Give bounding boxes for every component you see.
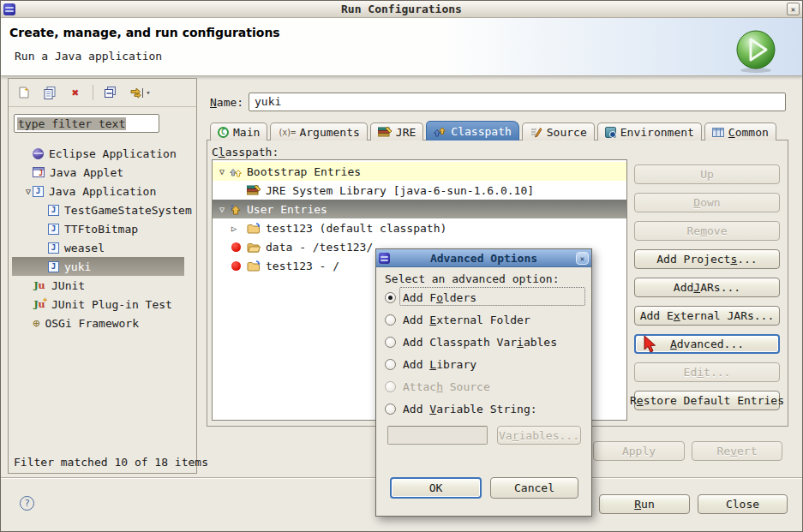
expander-closed-icon[interactable]: ▷: [228, 224, 240, 233]
dialog-titlebar[interactable]: Advanced Options: [376, 249, 591, 267]
add-external-jars-button[interactable]: Add External JARs...: [634, 306, 780, 326]
toolbar-separator: [93, 85, 93, 100]
option-label: Add Folders: [403, 291, 476, 304]
tab-label: Classpath: [451, 125, 511, 138]
restore-default-entries-button[interactable]: Restore Default Entries: [634, 391, 780, 410]
mouse-cursor-icon: [643, 335, 658, 354]
edit-button[interactable]: Edit...: [634, 362, 780, 382]
tab-label: Common: [728, 126, 769, 139]
option-add-library[interactable]: Add Library: [385, 356, 476, 373]
classpath-row-label: Bootstrap Entries: [247, 165, 361, 178]
expander-open-icon[interactable]: ▽: [216, 205, 228, 214]
option-add-folders[interactable]: Add Folders: [385, 289, 476, 306]
classpath-row-test123-default[interactable]: ▷ test123 (default classpath): [213, 218, 626, 237]
java-applet-icon: [33, 167, 45, 177]
classpath-row-bootstrap-entries[interactable]: ▽ Bootstrap Entries: [213, 162, 626, 181]
option-label: Add Library: [403, 358, 476, 371]
run-button[interactable]: Run: [599, 494, 690, 514]
add-projects-button[interactable]: Add Projects...: [634, 249, 780, 269]
tree-item-label: TTFtoBitmap: [64, 223, 138, 236]
classpath-row-jre-system-library[interactable]: JRE System Library [java-6-sun-1.6.0.10]: [213, 181, 626, 200]
ok-button[interactable]: OK: [390, 477, 482, 499]
variables-button: Variables...: [497, 426, 581, 445]
tab-label: JRE: [396, 126, 416, 139]
sidebar-item-weasel[interactable]: weasel: [12, 238, 184, 257]
classpath-row-label: data - /test123/: [266, 241, 373, 254]
tab-label: Environment: [620, 126, 694, 139]
user-entries-icon: [230, 204, 242, 215]
osgi-framework-icon: [33, 318, 39, 329]
collapse-all-icon[interactable]: [102, 84, 119, 101]
classpath-row-label: test123 - /: [266, 260, 339, 272]
add-jars-button[interactable]: Add JARs...: [634, 278, 780, 297]
tab-main[interactable]: Main: [210, 123, 267, 140]
sidebar-item-testgamestatesystem[interactable]: TestGameStateSystem: [12, 200, 184, 219]
tab-jre[interactable]: JRE: [370, 123, 423, 140]
down-button[interactable]: Down: [634, 193, 780, 212]
apply-button[interactable]: Apply: [593, 441, 685, 461]
option-label: Attach Source: [403, 380, 490, 393]
radio-icon[interactable]: [385, 403, 396, 415]
new-configuration-icon[interactable]: ✦: [15, 84, 33, 101]
tab-label: Main: [233, 126, 260, 139]
delete-icon[interactable]: ✖: [67, 84, 84, 101]
svg-text:✦: ✦: [24, 86, 29, 93]
java-application-icon: [48, 242, 59, 254]
option-add-external-folder[interactable]: Add External Folder: [385, 311, 530, 328]
filter-input[interactable]: type filter text: [14, 114, 159, 133]
cancel-button[interactable]: Cancel: [490, 477, 578, 499]
tab-classpath[interactable]: Classpath: [426, 121, 518, 140]
filter-input-value: type filter text: [17, 117, 126, 130]
radio-icon[interactable]: [385, 359, 396, 370]
expander-open-icon[interactable]: ▽: [22, 187, 34, 196]
remove-button[interactable]: Remove: [634, 221, 780, 241]
window-titlebar[interactable]: Run Configurations: [1, 1, 802, 18]
close-button[interactable]: Close: [698, 494, 788, 514]
java-application-icon: [48, 224, 59, 235]
help-icon[interactable]: [20, 496, 34, 511]
variable-string-input: [387, 426, 488, 445]
folder-open-icon: [247, 242, 261, 253]
folder-default-classpath-icon: [247, 260, 261, 272]
radio-icon[interactable]: [385, 314, 396, 326]
classpath-tab-icon: [434, 126, 446, 137]
sidebar-item-yuki[interactable]: yuki: [12, 257, 184, 276]
name-input[interactable]: yuki: [249, 93, 786, 111]
up-button[interactable]: Up: [634, 164, 780, 184]
sidebar-item-java-application[interactable]: ▽ Java Application: [12, 182, 184, 200]
sidebar-item-ttftobitmap[interactable]: TTFtoBitmap: [12, 219, 184, 238]
environment-tab-icon: [605, 127, 616, 138]
option-add-classpath-variables[interactable]: Add Classpath Variables: [385, 333, 557, 350]
common-tab-icon: [712, 128, 724, 137]
sidebar-item-junit[interactable]: JUnit: [12, 276, 184, 295]
banner-title: Create, manage, and run configurations: [9, 26, 280, 39]
bootstrap-entries-icon: [230, 166, 243, 177]
tab-environment[interactable]: Environment: [597, 123, 702, 140]
dialog-close-icon[interactable]: [576, 252, 589, 265]
classpath-row-user-entries[interactable]: ▽ User Entries: [213, 200, 626, 218]
header-banner: Create, manage, and run configurations R…: [1, 18, 802, 76]
tab-common[interactable]: Common: [704, 123, 776, 140]
arguments-tab-icon: (x)=: [278, 128, 295, 137]
window-close-icon[interactable]: [787, 3, 800, 15]
tab-arguments[interactable]: (x)= Arguments: [270, 123, 368, 140]
duplicate-icon[interactable]: [41, 84, 58, 101]
sidebar-item-java-applet[interactable]: Java Applet: [12, 163, 184, 182]
java-application-icon: [48, 261, 59, 272]
sidebar-item-eclipse-application[interactable]: Eclipse Application: [12, 144, 184, 163]
radio-checked-icon[interactable]: [385, 292, 396, 303]
tree-item-label: yuki: [64, 260, 91, 273]
main-tab-icon: [218, 127, 229, 138]
sidebar-item-osgi-framework[interactable]: OSGi Framework: [12, 314, 184, 332]
filter-status-text: Filter matched 10 of 18 items: [14, 456, 208, 469]
jre-tab-icon: [378, 127, 392, 137]
sidebar-item-junit-plugin-test[interactable]: ✦ JUnit Plug-in Test: [12, 295, 184, 314]
filter-configurations-icon[interactable]: ▾: [128, 84, 153, 101]
option-add-variable-string[interactable]: Add Variable String:: [385, 400, 537, 417]
tree-item-label: Java Application: [49, 185, 156, 198]
revert-button[interactable]: Revert: [692, 441, 782, 461]
radio-icon[interactable]: [385, 337, 396, 348]
tree-item-label: JUnit Plug-in Test: [51, 298, 172, 311]
tab-source[interactable]: Source: [522, 123, 595, 140]
expander-open-icon[interactable]: ▽: [216, 167, 228, 176]
